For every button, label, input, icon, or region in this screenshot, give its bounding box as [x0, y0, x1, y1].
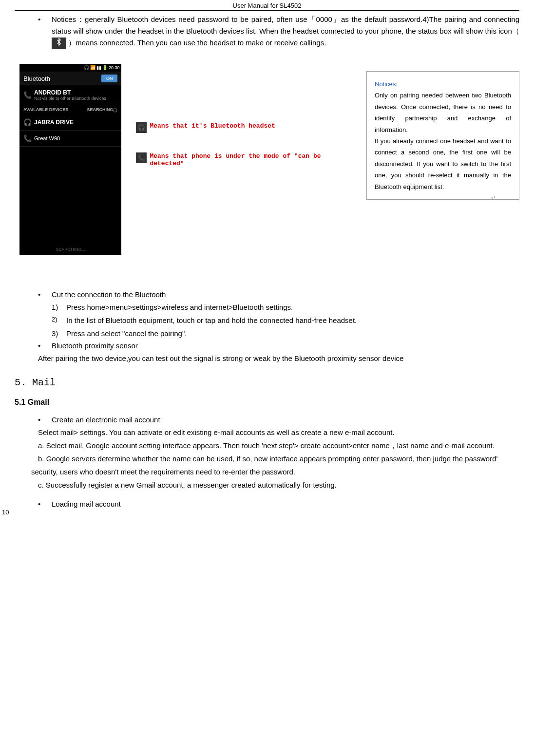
device-self-sub: Not visible to other Bluetooth devices: [34, 96, 117, 101]
cut-step-2: 2) In the list of Bluetooth equipment, t…: [52, 314, 519, 327]
phone-footer: SEARCHING...: [19, 244, 121, 255]
page-number: 10: [2, 509, 9, 516]
cut-title: Cut the connection to the Bluetooth: [52, 289, 519, 301]
gmail-heading: 5.1 Gmail: [15, 398, 519, 407]
phone-icon: 📞: [23, 91, 34, 99]
notices-box-title: Notices:: [375, 78, 511, 90]
available-label: AVAILABLE DEVICES: [23, 107, 87, 113]
device-2-name: Great W90: [34, 135, 117, 141]
bluetooth-toggle[interactable]: ON: [101, 75, 118, 82]
screenshot-region: 🎧 📶 ▮▮ 🔋 20:30 Bluetooth ON 📞 ANDROID BT…: [19, 64, 519, 255]
battery-icon: 🔋: [102, 65, 108, 70]
notices-para-before: Notices：generally Bluetooth devices need…: [52, 15, 519, 35]
annotation-column: 🎧 Means that it's Bluetooth headset 📞 Me…: [136, 64, 337, 255]
status-bar: 🎧 📶 ▮▮ 🔋 20:30: [19, 64, 121, 72]
available-section: AVAILABLE DEVICES SEARCHING ◌: [19, 105, 121, 114]
return-mark: ↵: [491, 195, 519, 201]
device-self-name: ANDROID BT: [34, 89, 117, 96]
notices-container: Notices: Only on pairing needed between …: [352, 64, 519, 255]
cut-step-1-text: Press home>menu>settings>wireless and in…: [66, 301, 293, 314]
annotation-2: 📞 Means that phone is under the mode of …: [136, 152, 337, 167]
cut-bullet: • Cut the connection to the Bluetooth: [38, 289, 519, 301]
mail-heading: 5. Mail: [15, 377, 519, 388]
loading-bullet: • Loading mail account: [38, 498, 519, 510]
create-title: Create an electronic mail account: [52, 414, 519, 426]
bluetooth-header: Bluetooth ON: [19, 72, 121, 85]
prox-text: After pairing the two device,you can tes…: [38, 352, 519, 365]
bluetooth-title: Bluetooth: [23, 75, 101, 82]
device-self-row[interactable]: 📞 ANDROID BT Not visible to other Blueto…: [19, 85, 121, 105]
device-row-1[interactable]: 🎧 JABRA DRIVE: [19, 114, 121, 131]
wifi-icon: 📶: [90, 65, 95, 70]
prox-bullet: • Bluetooth proximity sensor: [38, 340, 519, 352]
status-time: 20:30: [109, 65, 120, 70]
page-header: User Manual for SL4502: [15, 0, 519, 11]
searching-label: SEARCHING: [87, 107, 113, 113]
notices-box-body: Only on pairing needed between two Bluet…: [375, 90, 511, 192]
annotation-1: 🎧 Means that it's Bluetooth headset: [136, 122, 337, 133]
signal-icon: ▮▮: [96, 65, 101, 70]
headphone-icon: 🎧: [136, 122, 147, 133]
loading-title: Loading mail account: [52, 498, 519, 510]
create-c: c. Successfully register a new Gmail acc…: [31, 478, 519, 491]
create-a: a. Select mail, Google account setting i…: [31, 439, 519, 452]
notices-text: Notices：generally Bluetooth devices need…: [52, 14, 519, 49]
device-1-name: JABRA DRIVE: [34, 119, 117, 126]
cut-step-2-text: In the list of Bluetooth equipment, touc…: [66, 314, 357, 327]
phone-det-icon: 📞: [136, 152, 147, 163]
create-b: b. Google servers determine whether the …: [31, 452, 519, 478]
spinner-icon: ◌: [113, 107, 117, 113]
headset-icon: 🎧: [84, 65, 89, 70]
annotation-1-text: Means that it's Bluetooth headset: [150, 122, 275, 130]
cut-step-3: 3) Press and select "cancel the pairing"…: [52, 327, 519, 340]
headset-icon-row: 🎧: [23, 118, 34, 126]
notices-bullet: • Notices：generally Bluetooth devices ne…: [38, 14, 519, 49]
bluetooth-status-icon: [52, 38, 66, 49]
device-row-2[interactable]: 📞 Great W90: [19, 131, 121, 147]
cut-step-1: 1) Press home>menu>settings>wireless and…: [52, 301, 519, 314]
notices-para-after: ）means connected. Then you can use the h…: [68, 38, 326, 47]
phone-screenshot: 🎧 📶 ▮▮ 🔋 20:30 Bluetooth ON 📞 ANDROID BT…: [19, 64, 121, 255]
prox-title: Bluetooth proximity sensor: [52, 340, 519, 352]
cut-step-3-text: Press and select "cancel the pairing".: [66, 327, 187, 340]
notices-box: Notices: Only on pairing needed between …: [366, 71, 519, 200]
bullet-dot: •: [38, 14, 52, 49]
create-intro: Select mail> settings. You can activate …: [38, 426, 519, 439]
annotation-2-text: Means that phone is under the mode of "c…: [150, 152, 337, 167]
create-bullet: • Create an electronic mail account: [38, 414, 519, 426]
phone-icon-row: 📞: [23, 134, 34, 142]
